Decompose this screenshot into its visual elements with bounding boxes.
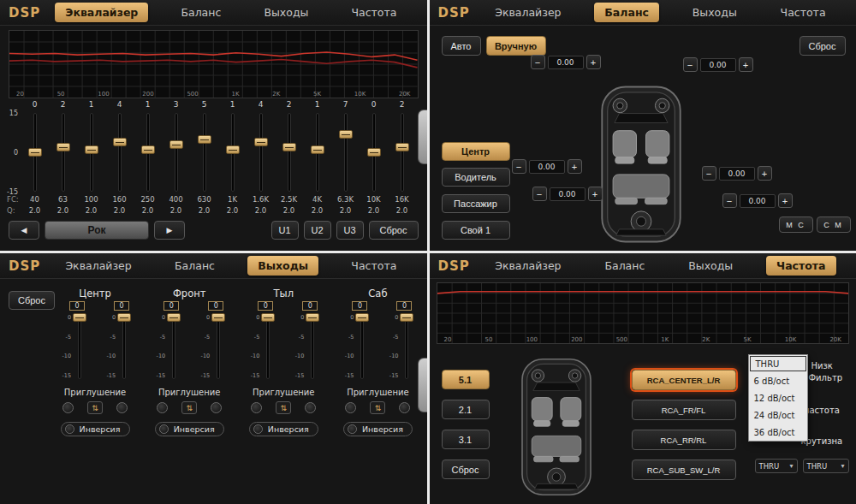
slider-thumb[interactable]: [73, 313, 86, 322]
user-preset-u2-button[interactable]: U2: [304, 221, 331, 240]
dropdown-option[interactable]: THRU: [750, 356, 806, 371]
eq-band-slider[interactable]: [162, 111, 190, 193]
link-channels-icon[interactable]: ⇅: [87, 401, 103, 414]
slope-select-low[interactable]: THRU▾: [803, 459, 849, 473]
decrease-button[interactable]: −: [722, 193, 737, 208]
link-channels-icon[interactable]: ⇅: [276, 401, 291, 414]
slider-thumb[interactable]: [261, 313, 275, 322]
slider-thumb[interactable]: [113, 138, 127, 146]
tab-outputs[interactable]: Выходы: [253, 3, 318, 22]
tab-balance[interactable]: Баланс: [164, 256, 225, 276]
slider-thumb[interactable]: [339, 130, 353, 139]
eq-band-slider[interactable]: [388, 111, 416, 193]
eq-band-slider[interactable]: [21, 111, 49, 193]
rca-channel-button-3[interactable]: RCA_SUB_SW_L/R: [632, 460, 736, 480]
eq-band-slider[interactable]: [303, 111, 331, 193]
eq-band-slider[interactable]: [218, 111, 247, 193]
cm-button[interactable]: C M: [817, 216, 851, 233]
output-slider[interactable]: [306, 312, 318, 381]
link-channels-icon[interactable]: ⇅: [181, 401, 197, 414]
slider-thumb[interactable]: [28, 148, 42, 157]
invert-toggle[interactable]: Инверсия: [249, 422, 318, 436]
tab-equalizer[interactable]: Эквалайзер: [55, 3, 148, 22]
invert-toggle[interactable]: Инверсия: [61, 422, 130, 436]
mute-knob-left[interactable]: [251, 402, 262, 413]
slider-thumb[interactable]: [226, 145, 240, 154]
slider-thumb[interactable]: [400, 313, 413, 322]
dropdown-option[interactable]: 24 dB/oct: [749, 406, 807, 424]
slider-thumb[interactable]: [211, 313, 225, 322]
slider-thumb[interactable]: [167, 313, 181, 322]
invert-toggle[interactable]: Инверсия: [155, 422, 224, 436]
increase-button[interactable]: +: [739, 57, 753, 72]
tab-frequency[interactable]: Частота: [770, 3, 836, 22]
eq-band-slider[interactable]: [360, 111, 388, 193]
mc-button[interactable]: M C: [779, 216, 813, 233]
position-center-button[interactable]: Центр: [442, 142, 510, 161]
tab-frequency[interactable]: Частота: [341, 256, 407, 276]
eq-band-slider[interactable]: [275, 111, 303, 193]
link-channels-icon[interactable]: ⇅: [370, 401, 385, 414]
output-slider[interactable]: [262, 312, 274, 381]
increase-button[interactable]: +: [568, 159, 582, 174]
decrease-button[interactable]: −: [532, 187, 547, 201]
eq-band-slider[interactable]: [49, 111, 77, 193]
dropdown-option[interactable]: 12 dB/oct: [749, 389, 807, 406]
tab-equalizer[interactable]: Эквалайзер: [484, 3, 571, 22]
eq-band-slider[interactable]: [77, 111, 105, 193]
user-preset-u1-button[interactable]: U1: [271, 221, 299, 240]
tab-balance[interactable]: Баланс: [170, 3, 231, 22]
output-slider[interactable]: [401, 312, 413, 381]
increase-button[interactable]: +: [586, 55, 601, 69]
slider-thumb[interactable]: [282, 143, 296, 151]
position-passenger-button[interactable]: Пассажир: [442, 194, 510, 213]
slider-thumb[interactable]: [395, 143, 409, 151]
slider-thumb[interactable]: [56, 143, 70, 151]
output-slider[interactable]: [74, 312, 86, 381]
drawer-handle[interactable]: [418, 110, 427, 164]
mute-knob-left[interactable]: [157, 402, 168, 413]
eq-band-slider[interactable]: [247, 111, 275, 193]
user-preset-u3-button[interactable]: U3: [336, 221, 364, 240]
mute-knob-right[interactable]: [399, 402, 410, 413]
mute-knob-right[interactable]: [305, 402, 316, 413]
tab-frequency[interactable]: Частота: [766, 256, 835, 276]
slider-thumb[interactable]: [254, 138, 268, 146]
tab-equalizer[interactable]: Эквалайзер: [484, 256, 571, 276]
auto-button[interactable]: Авто: [442, 36, 481, 56]
position-custom-1-button[interactable]: Свой 1: [442, 221, 510, 240]
preset-button[interactable]: Рок: [45, 221, 149, 240]
dropdown-option[interactable]: 36 dB/oct: [749, 424, 807, 441]
output-slider[interactable]: [168, 312, 180, 381]
increase-button[interactable]: +: [758, 166, 772, 181]
slope-select-high[interactable]: THRU▾: [755, 459, 798, 473]
rca-channel-button-2[interactable]: RCA_RR/RL: [632, 430, 736, 450]
mode-5.1-button[interactable]: 5.1: [442, 370, 490, 389]
decrease-button[interactable]: −: [512, 159, 526, 174]
tab-outputs[interactable]: Выходы: [247, 256, 318, 276]
preset-prev-button[interactable]: ◀: [9, 221, 39, 240]
slider-thumb[interactable]: [85, 145, 98, 154]
slider-thumb[interactable]: [117, 313, 131, 322]
freq-reset-button[interactable]: Сброс: [442, 460, 490, 479]
eq-band-slider[interactable]: [134, 111, 162, 193]
decrease-button[interactable]: −: [683, 57, 698, 72]
tab-outputs[interactable]: Выходы: [682, 3, 747, 22]
decrease-button[interactable]: −: [702, 166, 716, 181]
slider-thumb[interactable]: [367, 148, 381, 157]
preset-next-button[interactable]: ▶: [154, 221, 185, 240]
rca-channel-button-0[interactable]: RCA_CENTER_L/R: [632, 370, 736, 390]
increase-button[interactable]: +: [778, 193, 793, 208]
tab-balance[interactable]: Баланс: [594, 3, 659, 22]
decrease-button[interactable]: −: [531, 55, 545, 69]
slider-thumb[interactable]: [355, 313, 369, 322]
mute-knob-left[interactable]: [345, 402, 356, 413]
tab-balance[interactable]: Баланс: [594, 256, 655, 276]
slider-thumb[interactable]: [306, 313, 319, 322]
eq-band-slider[interactable]: [331, 111, 360, 193]
slider-thumb[interactable]: [169, 140, 183, 149]
tab-outputs[interactable]: Выходы: [678, 256, 743, 276]
increase-button[interactable]: +: [588, 187, 603, 201]
slider-thumb[interactable]: [141, 145, 155, 154]
output-slider[interactable]: [356, 312, 368, 381]
